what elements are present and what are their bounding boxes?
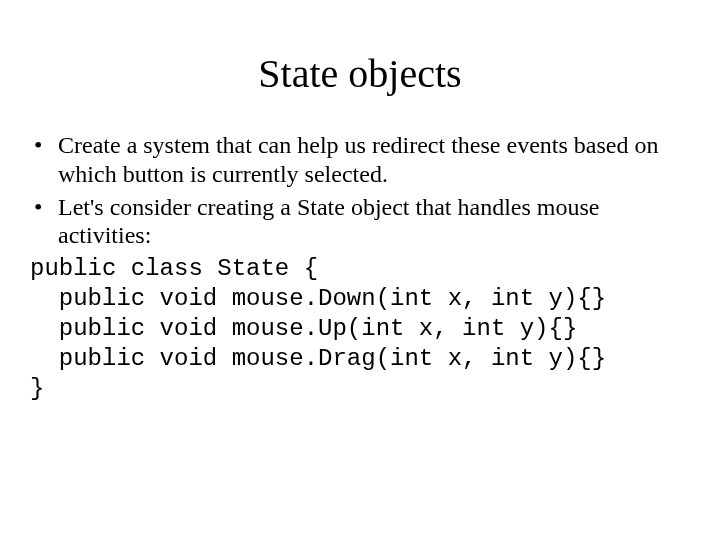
slide-title: State objects — [30, 50, 690, 97]
code-line: public void mouse.Down(int x, int y){} — [30, 285, 606, 312]
code-line: public void mouse.Drag(int x, int y){} — [30, 345, 606, 372]
bullet-list: Create a system that can help us redirec… — [30, 131, 690, 250]
bullet-item: Create a system that can help us redirec… — [30, 131, 690, 189]
code-line: } — [30, 375, 44, 402]
slide: State objects Create a system that can h… — [0, 0, 720, 540]
slide-body: Create a system that can help us redirec… — [30, 131, 690, 404]
code-line: public void mouse.Up(int x, int y){} — [30, 315, 577, 342]
bullet-item: Let's consider creating a State object t… — [30, 193, 690, 251]
code-block: public class State { public void mouse.D… — [30, 254, 690, 404]
code-line: public class State { — [30, 255, 318, 282]
